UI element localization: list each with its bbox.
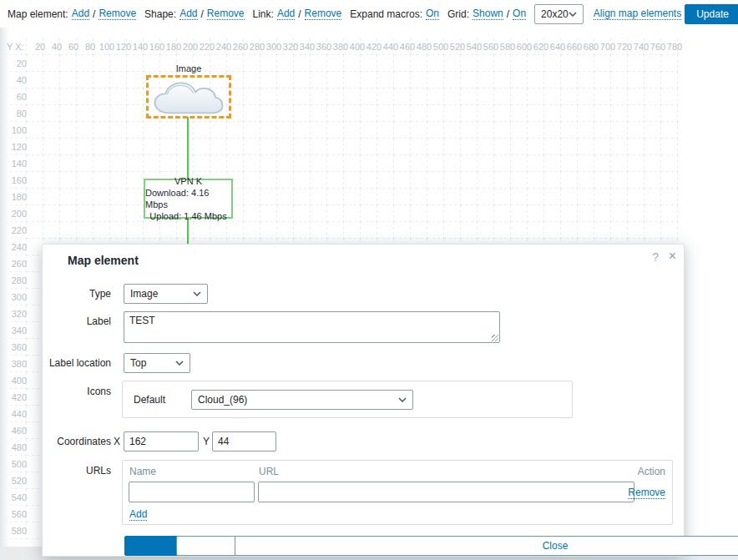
y-axis-label: 160 <box>2 175 27 185</box>
y-axis-label: 380 <box>2 359 27 369</box>
close-button[interactable]: Close <box>235 536 738 556</box>
chevron-down-icon <box>175 361 184 366</box>
y-axis-label: 560 <box>2 509 27 519</box>
label-location-value: Top <box>130 357 146 369</box>
coordinate-x-input[interactable] <box>124 431 199 452</box>
expand-macros-toggle-link[interactable]: On <box>426 8 439 20</box>
y-axis-label: 500 <box>2 459 27 469</box>
y-axis-label: 140 <box>2 159 27 169</box>
grid-section-label: Grid: <box>447 8 469 20</box>
icons-default-select[interactable]: Cloud_(96) <box>191 390 413 410</box>
y-axis-label: 580 <box>2 526 27 536</box>
cloud-icon <box>150 78 227 116</box>
y-axis-label: 40 <box>2 75 27 85</box>
urls-action-header: Action <box>638 466 665 477</box>
y-axis-label: 240 <box>2 242 27 252</box>
shape-section-label: Shape: <box>144 8 176 20</box>
y-axis-label: 20 <box>2 58 27 68</box>
y-axis-label: 300 <box>2 292 27 302</box>
coordinate-x-label: X <box>114 436 120 447</box>
y-axis-label: 440 <box>2 409 27 419</box>
grid-shown-toggle-link[interactable]: Shown <box>473 8 503 20</box>
textarea-resize-handle[interactable] <box>492 335 498 341</box>
urls-name-header: Name <box>129 466 156 477</box>
url-value-input[interactable] <box>258 482 634 502</box>
axis-corner-label: Y X: <box>7 42 24 52</box>
expand-macros-label: Expand macros: <box>350 8 422 20</box>
map-element-add-link[interactable]: Add <box>72 8 89 20</box>
shape-remove-link[interactable]: Remove <box>207 8 245 20</box>
coordinate-y-label: Y <box>203 436 210 447</box>
shape-add-link[interactable]: Add <box>179 8 197 20</box>
url-name-input[interactable] <box>129 482 255 502</box>
y-axis-label: 540 <box>2 492 27 502</box>
grid-size-select[interactable]: 20x20 <box>534 4 584 24</box>
y-axis-label: 120 <box>2 142 27 152</box>
icons-group: Default Cloud_(96) <box>122 381 573 418</box>
icons-default-value: Cloud_(96) <box>198 394 247 406</box>
map-element-image-node[interactable]: Image <box>146 63 231 119</box>
icons-label: Icons <box>43 386 111 398</box>
icons-default-label: Default <box>134 394 165 406</box>
y-axis-label: 520 <box>2 476 27 486</box>
y-axis-label: 100 <box>2 125 27 135</box>
y-axis-label: 460 <box>2 426 27 436</box>
y-axis-label: 320 <box>2 309 27 319</box>
label-location-select[interactable]: Top <box>124 353 190 373</box>
link-remove-link[interactable]: Remove <box>305 8 342 20</box>
update-button[interactable]: Update <box>685 4 738 24</box>
y-axis-label: 80 <box>2 108 27 119</box>
coordinates-label: Coordinates <box>43 436 111 448</box>
urls-group: Name URL Action Remove Add <box>122 460 673 525</box>
y-axis-label: 260 <box>2 259 27 269</box>
map-element-label: Image <box>146 63 231 73</box>
zabbix-map-editor: Map element: Add / Remove Shape: Add / R… <box>0 0 738 560</box>
url-add-link[interactable]: Add <box>129 508 147 521</box>
chevron-down-icon <box>569 12 577 17</box>
map-element-remove-link[interactable]: Remove <box>99 8 136 20</box>
x-axis-label: 780 <box>665 42 685 52</box>
grid-size-value: 20x20 <box>541 8 569 20</box>
vpn-download: Download: 4.16 Mbps <box>145 187 231 210</box>
separator: / <box>201 8 204 20</box>
label-label: Label <box>43 315 111 328</box>
label-location-label: Label location <box>43 357 111 370</box>
map-element-section-label: Map element: <box>8 8 68 20</box>
link-add-link[interactable]: Add <box>277 8 295 20</box>
y-axis-label: 480 <box>2 442 27 452</box>
dialog-title: Map element <box>68 254 139 267</box>
chevron-down-icon <box>398 397 407 402</box>
y-axis-label: 420 <box>2 392 27 402</box>
selection-dashed-box[interactable] <box>146 75 231 119</box>
separator: / <box>298 8 301 20</box>
separator: / <box>93 8 95 20</box>
vpn-name: VPN K <box>174 175 202 187</box>
separator: / <box>507 8 509 20</box>
y-axis-label: 180 <box>2 192 27 202</box>
y-axis-label: 220 <box>2 225 27 235</box>
link-label-box[interactable]: VPN K Download: 4.16 Mbps Upload: 1.46 M… <box>144 179 233 219</box>
urls-url-header: URL <box>259 466 279 477</box>
y-axis-label: 400 <box>2 376 27 386</box>
urls-label: URLs <box>43 465 111 477</box>
y-axis-label: 60 <box>2 92 27 102</box>
map-editor-toolbar: Map element: Add / Remove Shape: Add / R… <box>0 0 738 28</box>
close-icon[interactable]: × <box>669 249 676 264</box>
link-section-label: Link: <box>253 8 274 20</box>
align-map-elements-link[interactable]: Align map elements <box>594 8 681 20</box>
y-axis-label: 280 <box>2 275 27 285</box>
map-element-dialog: Map element ? × Type Image Label TEST La… <box>42 244 685 557</box>
label-textarea[interactable]: TEST <box>124 311 500 343</box>
type-select-value: Image <box>130 288 158 300</box>
type-label: Type <box>43 288 111 300</box>
y-axis-label: 200 <box>2 209 27 219</box>
y-axis-label: 340 <box>2 325 27 335</box>
vpn-upload: Upload: 1.46 Mbps <box>149 210 226 222</box>
type-select[interactable]: Image <box>124 284 208 304</box>
grid-snap-toggle-link[interactable]: On <box>513 8 526 20</box>
y-axis-label: 360 <box>2 342 27 352</box>
chevron-down-icon <box>193 291 201 296</box>
coordinate-y-input[interactable] <box>212 431 276 452</box>
help-icon[interactable]: ? <box>652 250 659 264</box>
url-remove-link[interactable]: Remove <box>628 487 665 499</box>
